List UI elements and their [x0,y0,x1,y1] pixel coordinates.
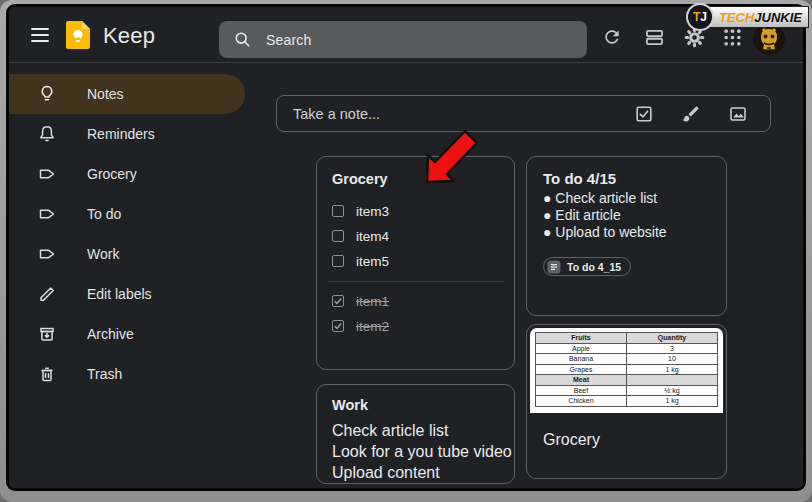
note-title: Work [332,397,499,413]
note-grocery-image[interactable]: Fruits Quantity Apple3 Banana10 Grapes1 … [526,324,727,479]
techjunkie-banner: TECHJUNKIE [708,6,809,28]
note-text-line: ● Edit article [543,207,710,224]
take-a-note-input[interactable]: Take a note... [276,95,771,132]
search-input[interactable]: Search [219,21,587,58]
checklist-item-checked[interactable]: item2 [332,314,499,338]
sidebar-item-todo[interactable]: To do [9,194,245,234]
new-drawing-brush-icon[interactable] [681,104,701,124]
checkbox-checked[interactable] [332,295,344,307]
checkbox-unchecked[interactable] [332,230,344,242]
note-image-table[interactable]: Fruits Quantity Apple3 Banana10 Grapes1 … [530,328,723,413]
label-chip-text: To do 4_15 [567,261,621,273]
table-row: Apple3 [536,343,718,354]
table-row: Banana10 [536,354,718,365]
checkbox-unchecked[interactable] [332,205,344,217]
checklist-label: item1 [356,294,389,309]
search-placeholder: Search [266,32,312,48]
trash-icon [37,364,57,384]
sidebar-item-label: Edit labels [87,286,152,302]
table-row: Beef½ kg [536,385,718,396]
sidebar-item-label: To do [87,206,121,222]
sidebar-item-label: Archive [87,326,134,342]
checklist-item[interactable]: item3 [332,199,499,223]
main-menu-icon[interactable] [31,24,53,46]
note-chip-icon [547,260,561,274]
sidebar-item-label: Notes [87,86,124,102]
app-title: Keep [103,23,155,49]
checklist-label: item4 [356,229,389,244]
keep-logo-icon [65,20,91,50]
sidebar-item-trash[interactable]: Trash [9,354,245,394]
sidebar: Notes Reminders Grocery To do Work [9,64,267,488]
table-row: Chicken1 kg [536,396,718,407]
checkbox-unchecked[interactable] [332,255,344,267]
note-title: Grocery [543,431,600,449]
checklist-label: item2 [356,319,389,334]
search-icon [233,30,252,49]
label-icon [37,244,57,264]
label-chip[interactable]: To do 4_15 [543,257,631,276]
sidebar-item-notes[interactable]: Notes [9,74,245,114]
list-view-icon[interactable] [642,25,666,49]
sidebar-item-work[interactable]: Work [9,234,245,274]
sidebar-item-edit-labels[interactable]: Edit labels [9,274,245,314]
checklist-label: item3 [356,204,389,219]
note-text-line: ● Upload to website [543,224,710,241]
note-grocery-checklist[interactable]: Grocery item3 item4 item5 item1 item2 [316,156,515,370]
sidebar-item-archive[interactable]: Archive [9,314,245,354]
note-title: To do 4/15 [543,170,710,187]
app-header: Keep Search [9,7,803,63]
label-icon [37,204,57,224]
label-icon [37,164,57,184]
checklist-label: item5 [356,254,389,269]
note-text-line: ● Check article list [543,190,710,207]
techjunkie-watermark: TJ TECHJUNKIE [686,3,809,31]
new-image-icon[interactable] [728,104,748,124]
checklist-item[interactable]: item4 [332,224,499,248]
sidebar-item-label: Grocery [87,166,137,182]
archive-icon [37,324,57,344]
note-work[interactable]: Work Check article list Look for a you t… [316,384,515,484]
table-header: Fruits [536,333,627,344]
checklist-item[interactable]: item5 [332,249,499,273]
table-header: Quantity [627,333,718,344]
window-frame: Keep Search [0,0,812,502]
sidebar-item-label: Trash [87,366,122,382]
note-text-line: Look for a you tube video [332,441,499,462]
note-todo[interactable]: To do 4/15 ● Check article list ● Edit a… [526,156,727,316]
sidebar-item-grocery[interactable]: Grocery [9,154,245,194]
keep-app: Keep Search [9,7,803,488]
note-text-line: Upload content [332,462,499,483]
composer-placeholder: Take a note... [293,106,634,122]
bell-icon [37,124,57,144]
table-section-row: Meat [536,375,718,386]
sidebar-item-label: Reminders [87,126,155,142]
note-title: Grocery [332,171,499,187]
sidebar-item-label: Work [87,246,119,262]
techjunkie-badge-icon: TJ [686,3,714,31]
new-checklist-icon[interactable] [634,104,654,124]
lightbulb-icon [37,84,57,104]
refresh-icon[interactable] [600,25,624,49]
table-row: Grapes1 kg [536,364,718,375]
window-bezel: Keep Search [6,4,806,491]
sidebar-item-reminders[interactable]: Reminders [9,114,245,154]
checked-items-divider [328,281,504,282]
pencil-icon [37,284,57,304]
note-text-line: Check article list [332,420,499,441]
checkbox-checked[interactable] [332,320,344,332]
checklist-item-checked[interactable]: item1 [332,289,499,313]
